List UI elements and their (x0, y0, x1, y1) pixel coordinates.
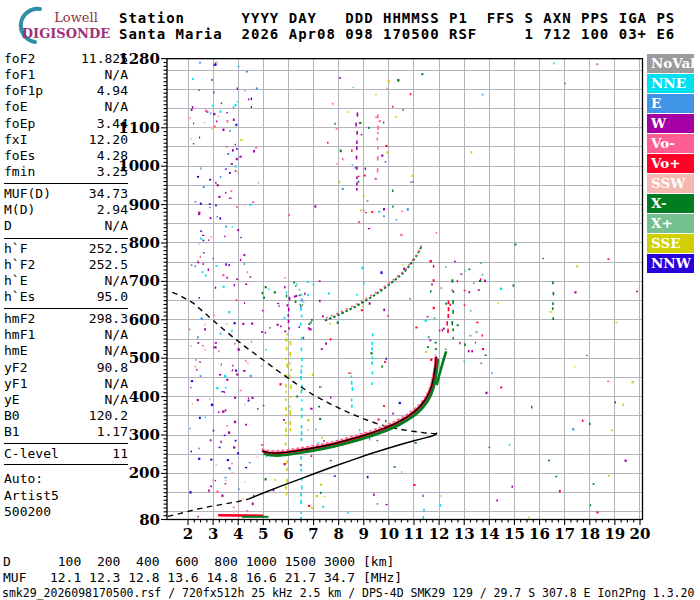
param-value: N/A (105, 67, 128, 83)
param-value: N/A (105, 392, 128, 408)
param-row: foF1p4.94 (4, 83, 128, 99)
logo-lowell-text: Lowell (54, 10, 98, 25)
x-tick-label: 16 (529, 525, 550, 543)
profile-topside-dashed (168, 291, 437, 434)
param-row: hmEN/A (4, 343, 128, 359)
parameter-group: C-level11 (4, 443, 128, 465)
d-muf-table: D 100 200 400 600 800 1000 1500 3000 [km… (3, 554, 402, 585)
param-value: 12.20 (89, 132, 128, 148)
param-value: 4.28 (97, 148, 128, 164)
profile-valley-dashed (168, 499, 248, 516)
y-tick-label: 200 (129, 464, 160, 482)
x-tick-label: 9 (359, 525, 369, 543)
legend-item-noval: NoVal (647, 54, 694, 73)
param-row: h`Es95.0 (4, 289, 128, 305)
param-row: M(D)2.94 (4, 202, 128, 218)
y-tick-label: 800 (129, 234, 160, 252)
scaled-parameters-panel: foF211.825foF1N/AfoF1p4.94foEN/AfoEp3.44… (4, 51, 128, 520)
param-label: yE (4, 392, 20, 408)
parameter-group: MUF(D)34.73M(D)2.94DN/A (4, 183, 128, 234)
y-tick-label: 400 (129, 388, 160, 406)
x-tick-label: 17 (554, 525, 575, 543)
param-row: fmin3.25 (4, 164, 128, 180)
header-values-line: Santa Maria 2026 Apr08 098 170500 RSF 1 … (119, 27, 675, 43)
param-row: foEp3.44 (4, 116, 128, 132)
param-label: foE (4, 99, 27, 115)
param-value: 3.25 (97, 164, 128, 180)
param-value: N/A (105, 273, 128, 289)
x-tick-label: 10 (378, 525, 399, 543)
param-label: fmin (4, 164, 35, 180)
param-value: 4.94 (97, 83, 128, 99)
param-row: B0120.2 (4, 408, 128, 424)
param-row: yF1N/A (4, 376, 128, 392)
x-tick-label: 11 (404, 525, 425, 543)
param-value: N/A (105, 376, 128, 392)
station-header: Station YYYY DAY DDD HHMMSS P1 FFS S AXN… (119, 11, 675, 42)
echo-status-legend: NoValNNEEWVo-Vo+SSWX-X+SSENNW (647, 54, 694, 274)
x-tick-label: 5 (258, 525, 268, 543)
legend-item-ssw: SSW (647, 174, 694, 193)
x-tick-label: 19 (604, 525, 625, 543)
param-label: D (4, 218, 12, 234)
legend-item-nne: NNE (647, 74, 694, 93)
ionogram-viewer: { "logo": { "line1": "Lowell", "line2": … (0, 0, 700, 600)
param-value: 252.5 (89, 257, 128, 273)
legend-item-nnw: NNW (647, 254, 694, 273)
d-row: D 100 200 400 600 800 1000 1500 3000 [km… (3, 554, 402, 570)
y-tick-label: 700 (129, 272, 160, 290)
param-row: DN/A (4, 218, 128, 234)
param-label: B1 (4, 424, 20, 440)
param-label: foEs (4, 148, 35, 164)
param-value: 252.5 (89, 241, 128, 257)
logo-digisonde-text: DIGISONDE (22, 26, 110, 41)
param-row: hmF2298.3 (4, 311, 128, 327)
y-tick-label: 80 (139, 511, 160, 529)
f2-trace-o-edge (262, 355, 436, 451)
x-tick-label: 3 (208, 525, 218, 543)
param-row: foEN/A (4, 99, 128, 115)
axis-labels: 2345678910111213141516171819201280110010… (118, 50, 650, 543)
legend-item-xminus: X- (647, 194, 694, 213)
x-tick-label: 20 (630, 525, 651, 543)
x-tick-label: 18 (579, 525, 600, 543)
param-label: fxI (4, 132, 27, 148)
legend-item-xplus: X+ (647, 214, 694, 233)
param-value: 90.8 (97, 360, 128, 376)
echo-noise-layer (189, 61, 639, 520)
legend-item-sse: SSE (647, 234, 694, 253)
autoscaling-line: 500200 (4, 504, 128, 520)
x-tick-label: 14 (479, 525, 500, 543)
param-value: 2.94 (97, 202, 128, 218)
param-value: N/A (105, 343, 128, 359)
y-tick-label: 600 (129, 311, 160, 329)
legend-item-w: W (647, 114, 694, 133)
param-label: M(D) (4, 202, 35, 218)
parameter-group: foF211.825foF1N/AfoF1p4.94foEN/AfoEp3.44… (4, 51, 128, 180)
param-row: C-level11 (4, 446, 128, 462)
parameter-group: h`F252.5h`F2252.5h`EN/Ah`Es95.0 (4, 238, 128, 306)
param-row: B11.17 (4, 424, 128, 440)
param-label: foF1p (4, 83, 43, 99)
x-tick-label: 4 (233, 525, 243, 543)
param-value: 11 (112, 446, 128, 462)
param-row: h`F2252.5 (4, 257, 128, 273)
param-row: foF211.825 (4, 51, 128, 67)
param-row: MUF(D)34.73 (4, 186, 128, 202)
param-label: MUF(D) (4, 186, 51, 202)
param-value: 1.17 (97, 424, 128, 440)
parameter-group: hmF2298.3hmF1N/AhmEN/AyF290.8yF1N/AyEN/A… (4, 308, 128, 440)
param-label: hmF2 (4, 311, 35, 327)
y-tick-label: 500 (129, 349, 160, 367)
param-row: foF1N/A (4, 67, 128, 83)
param-value: 3.44 (97, 116, 128, 132)
autoscaling-line: Artist5 (4, 488, 128, 504)
param-label: hmE (4, 343, 27, 359)
echo-traces (218, 244, 446, 517)
lowell-digisonde-logo: Lowell DIGISONDE (4, 5, 120, 47)
param-label: yF1 (4, 376, 27, 392)
param-value: N/A (105, 99, 128, 115)
legend-item-vominus: Vo- (647, 134, 694, 153)
x-tick-label: 2 (183, 525, 193, 543)
header-columns-line: Station YYYY DAY DDD HHMMSS P1 FFS S AXN… (119, 11, 675, 27)
